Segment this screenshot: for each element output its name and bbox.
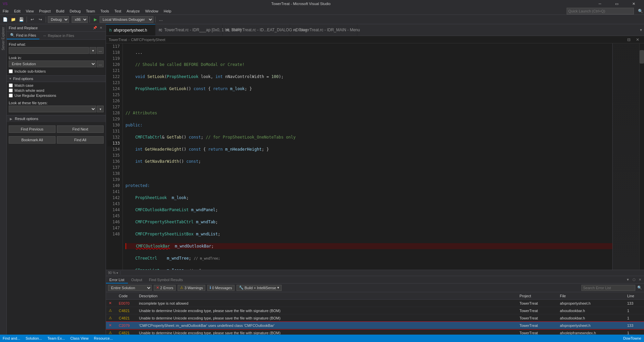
file-types-combo[interactable] bbox=[9, 106, 96, 112]
col-description-header[interactable]: Description bbox=[138, 294, 518, 298]
build-filter-dropdown[interactable]: ▾ bbox=[277, 286, 279, 290]
bookmark-all-button[interactable]: Bookmark All bbox=[9, 136, 56, 144]
menu-test[interactable]: Test bbox=[112, 7, 124, 15]
find-options-collapse-icon[interactable]: ▼ bbox=[9, 77, 12, 80]
menu-help[interactable]: Help bbox=[161, 7, 174, 15]
find-panel-pin-btn[interactable]: 📌 bbox=[92, 25, 98, 31]
find-all-button[interactable]: Find All bbox=[57, 136, 104, 144]
save-btn[interactable]: 💾 bbox=[17, 16, 25, 23]
warnings-filter-btn[interactable]: ⚠ 3 Warnings bbox=[178, 285, 205, 291]
menu-file[interactable]: File bbox=[0, 7, 11, 15]
open-file-btn[interactable]: 📁 bbox=[9, 16, 17, 23]
menu-edit[interactable]: Edit bbox=[11, 7, 23, 15]
error-search-icon[interactable]: 🔍 bbox=[637, 286, 642, 290]
tab-afxpropertysheet[interactable]: h afxpropertysheet.h ✕ bbox=[106, 24, 155, 36]
panel-minimize-icon[interactable]: ▼ bbox=[625, 277, 631, 282]
panel-tab-error-list[interactable]: Error List bbox=[106, 276, 128, 283]
menu-window[interactable]: Window bbox=[142, 7, 161, 15]
status-solution[interactable]: Solution... bbox=[26, 336, 42, 340]
tab-towertreac-rc3[interactable]: rc TowerTreat.rc - IDR_MAIN - Menu ✕ bbox=[290, 24, 357, 36]
look-in-browse-btn[interactable]: … bbox=[97, 61, 104, 67]
new-file-btn[interactable]: 📄 bbox=[1, 16, 9, 23]
restore-button[interactable]: ▭ bbox=[609, 0, 624, 7]
use-regex-row[interactable]: Use Regular Expressions bbox=[9, 93, 104, 98]
build-intellisense-filter-btn[interactable]: 🔧 Build + IntelliSense ▾ bbox=[237, 285, 282, 291]
minimap[interactable] bbox=[612, 43, 639, 270]
find-next-button[interactable]: Find Next bbox=[57, 125, 104, 133]
find-input-options-btn[interactable]: … bbox=[97, 47, 104, 54]
debugger-combo[interactable]: Local Windows Debugger bbox=[100, 16, 153, 23]
panel-tab-find-symbol[interactable]: Find Symbol Results bbox=[146, 276, 186, 283]
error-search-input[interactable] bbox=[581, 285, 635, 291]
col-file-header[interactable]: File bbox=[559, 294, 626, 298]
match-whole-word-row[interactable]: Match whole word bbox=[9, 88, 104, 92]
col-project-header[interactable]: Project bbox=[518, 294, 559, 298]
vertical-scrollbar[interactable] bbox=[639, 43, 644, 270]
status-find[interactable]: Find and... bbox=[3, 336, 20, 340]
find-what-input[interactable] bbox=[9, 47, 89, 54]
tab-find-in-files[interactable]: 🔍 Find in Files bbox=[7, 32, 39, 39]
tab-towertreac-rc2[interactable]: rc TowerTreat.rc - ID...EAT_DIALOG - Dia… bbox=[223, 24, 290, 36]
sidebar-server-explorer[interactable]: Server Explorer bbox=[1, 26, 6, 51]
error-row-1[interactable]: ✕ E0070 incomplete type is not allowed T… bbox=[106, 300, 644, 307]
code-content[interactable]: ... // Should be called BEFORE DoModal o… bbox=[123, 43, 612, 270]
menu-debug[interactable]: Debug bbox=[67, 7, 83, 15]
find-previous-button[interactable]: Find Previous bbox=[9, 125, 56, 133]
status-resource[interactable]: Resource... bbox=[94, 336, 113, 340]
tab-towertreac-rc1[interactable]: rc TowerTreat.rc - IDR___ap [0x0, 1 bit,… bbox=[155, 24, 223, 36]
col-code-header[interactable]: Code bbox=[117, 294, 138, 298]
menu-build[interactable]: Build bbox=[53, 7, 67, 15]
zoom-dropdown-icon[interactable]: ▾ bbox=[116, 271, 118, 275]
close-button[interactable]: ✕ bbox=[626, 0, 641, 7]
code-editor[interactable]: 117 118 119 120 121 122 123 124 125 126 … bbox=[106, 43, 644, 270]
status-branch[interactable]: DowTowne bbox=[623, 336, 641, 340]
status-team[interactable]: Team Ex... bbox=[47, 336, 65, 340]
error-row-5[interactable]: ⚠ C4821 Unable to determine Unicode enco… bbox=[106, 329, 644, 335]
menu-team[interactable]: Team bbox=[83, 7, 98, 15]
errors-filter-btn[interactable]: ✕ 2 Errors bbox=[154, 285, 176, 291]
undo-btn[interactable]: ↩ bbox=[29, 16, 36, 23]
find-panel-close-btn[interactable]: ✕ bbox=[98, 25, 104, 31]
menu-view[interactable]: View bbox=[23, 7, 37, 15]
include-subfolders-checkbox[interactable] bbox=[9, 69, 13, 73]
match-whole-word-checkbox[interactable] bbox=[9, 88, 13, 92]
error-row-2[interactable]: ⚠ C4821 Unable to determine Unicode enco… bbox=[106, 307, 644, 314]
tabs-scroll-right[interactable]: ▾ bbox=[638, 28, 644, 32]
include-subfolders-row[interactable]: Include sub-folders bbox=[9, 69, 104, 73]
platform-combo[interactable]: x86 bbox=[72, 16, 88, 23]
minimize-button[interactable]: ─ bbox=[592, 0, 608, 7]
match-case-checkbox[interactable] bbox=[9, 83, 13, 87]
breadcrumb-close-btn[interactable]: ✕ bbox=[634, 37, 641, 42]
search-icon[interactable]: 🔍 bbox=[637, 7, 644, 15]
panel-close-icon[interactable]: ✕ bbox=[637, 277, 643, 282]
bottom-panel: Error List Output Find Symbol Results ▼ … bbox=[106, 276, 644, 335]
messages-filter-btn[interactable]: ℹ 0 Messages bbox=[207, 285, 234, 291]
error-row-3[interactable]: ⚠ C4821 Unable to determine Unicode enco… bbox=[106, 314, 644, 322]
col-line-header[interactable]: Line bbox=[626, 294, 643, 298]
toolbar-more-btn[interactable]: … bbox=[157, 16, 165, 23]
panel-tab-output[interactable]: Output bbox=[128, 276, 146, 283]
debug-config-combo[interactable]: Debug bbox=[48, 16, 69, 23]
menu-analyze[interactable]: Analyze bbox=[124, 7, 142, 15]
use-regex-checkbox[interactable] bbox=[9, 93, 13, 98]
menu-project[interactable]: Project bbox=[36, 7, 53, 15]
breadcrumb-split-btn[interactable]: ⊟ bbox=[625, 37, 633, 42]
status-class-view[interactable]: Class View bbox=[70, 336, 88, 340]
breadcrumb-towertreact[interactable]: TowerTreat bbox=[109, 38, 127, 42]
look-in-combo[interactable]: Entire Solution bbox=[9, 61, 96, 67]
row5-line: 1 bbox=[626, 331, 643, 335]
menu-tools[interactable]: Tools bbox=[98, 7, 112, 15]
panel-float-icon[interactable]: ⬡ bbox=[631, 277, 637, 282]
error-scope-combo[interactable]: Entire Solution bbox=[108, 285, 152, 291]
breadcrumb-class[interactable]: CMFCPropertySheet bbox=[131, 38, 165, 42]
zoom-control[interactable]: 90 % ▾ bbox=[106, 271, 120, 275]
quick-launch-input[interactable] bbox=[567, 8, 634, 14]
error-row-4[interactable]: ✕ C2079 'CMFCPropertySheet::m_wndOutlook… bbox=[106, 322, 644, 329]
match-case-row[interactable]: Match case bbox=[9, 83, 104, 87]
start-debug-icon[interactable]: ▶ bbox=[92, 16, 99, 23]
redo-btn[interactable]: ↪ bbox=[37, 16, 44, 23]
find-input-dropdown-btn[interactable]: ▾ bbox=[90, 47, 96, 54]
tab-replace-in-files[interactable]: ↔ Replace in Files bbox=[39, 32, 77, 39]
file-types-options-btn[interactable]: ▾ bbox=[97, 106, 104, 112]
result-options-expand-icon[interactable]: ▶ bbox=[9, 116, 13, 121]
